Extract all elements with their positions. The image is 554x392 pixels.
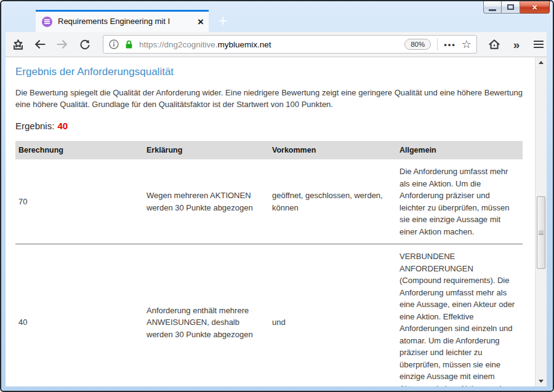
- browser-chrome: https://dng2cognitive.mybluemix.net 80% …: [6, 32, 547, 386]
- bookmark-star-icon[interactable]: ☆: [462, 39, 472, 50]
- tab-title: Requirements Engineering mit I: [58, 17, 194, 27]
- reload-icon: [79, 39, 90, 50]
- home-icon: [488, 38, 500, 50]
- page-actions-icon[interactable]: •••: [444, 40, 456, 49]
- page-content: Ergebnis der Anforderungsqualität Die Be…: [6, 57, 535, 386]
- close-window-button[interactable]: ×: [520, 1, 550, 14]
- column-header-allgemein: Allgemein: [396, 141, 523, 159]
- browser-window: × Requirements Engineering mit I × +: [0, 0, 554, 392]
- scrollbar-thumb[interactable]: [537, 196, 545, 269]
- forward-arrow-icon: [56, 38, 68, 50]
- url-text: https://dng2cognitive.mybluemix.net: [139, 40, 271, 49]
- table-row: 70 Wegen mehreren AKTIONEN werden 30 Pun…: [15, 159, 523, 244]
- quality-table: Berechnung Erklärung Vorkommen Allgemein…: [15, 141, 523, 386]
- urlbar-separator: [437, 38, 438, 50]
- cell-erklaerung: Anforderung enthält mehrere ANWEISUNGEN,…: [143, 244, 269, 387]
- result-value: 40: [57, 121, 68, 131]
- result-label: Ergebnis:: [15, 121, 54, 131]
- scroll-down-button[interactable]: [536, 380, 547, 383]
- intro-paragraph: Die Bewertung spiegelt die Qualität der …: [15, 87, 523, 110]
- url-bar[interactable]: https://dng2cognitive.mybluemix.net 80% …: [103, 35, 477, 54]
- arrow-up-icon: [539, 61, 544, 64]
- maximize-icon: [507, 4, 514, 10]
- home-button[interactable]: [486, 36, 503, 53]
- table-header-row: Berechnung Erklärung Vorkommen Allgemein: [15, 141, 523, 159]
- page-viewport: Ergebnis der Anforderungsqualität Die Be…: [6, 57, 547, 386]
- double-chevron-icon: »: [513, 39, 520, 50]
- url-scheme: https://dng2cognitive.: [139, 40, 218, 49]
- cell-allgemein: VERBUNDENE ANFORDERUNGEN (Compound requi…: [396, 244, 523, 387]
- navigation-toolbar: https://dng2cognitive.mybluemix.net 80% …: [6, 32, 547, 57]
- arrow-down-icon: [539, 380, 544, 383]
- cell-berechnung: 40: [15, 244, 143, 387]
- window-controls: ×: [483, 1, 550, 14]
- menu-button[interactable]: [530, 36, 547, 53]
- bookmark-tray-icon: [12, 39, 24, 50]
- bookmarks-tray-button[interactable]: [9, 36, 26, 53]
- cell-erklaerung: Wegen mehreren AKTIONEN werden 30 Punkte…: [143, 159, 269, 244]
- page-title: Ergebnis der Anforderungsqualität: [15, 66, 524, 78]
- column-header-berechnung: Berechnung: [15, 141, 143, 159]
- close-icon: ×: [532, 2, 537, 12]
- column-header-vorkommen: Vorkommen: [269, 141, 396, 159]
- column-header-erklaerung: Erklärung: [143, 141, 269, 159]
- vertical-scrollbar[interactable]: [535, 57, 547, 386]
- tab-favicon-icon: [42, 17, 52, 27]
- zoom-level-button[interactable]: 80%: [404, 39, 431, 50]
- tab-close-icon[interactable]: ×: [198, 17, 204, 27]
- cell-allgemein: Die Anforderung umfasst mehr als eine Ak…: [396, 159, 523, 244]
- maximize-button[interactable]: [502, 1, 520, 14]
- minimize-button[interactable]: [483, 1, 502, 14]
- toolbar-overflow-button[interactable]: »: [508, 36, 525, 53]
- hamburger-icon: [534, 41, 544, 48]
- cell-vorkommen: und: [269, 244, 396, 387]
- new-tab-button[interactable]: +: [213, 12, 233, 31]
- back-button[interactable]: [31, 36, 49, 53]
- cell-berechnung: 70: [15, 159, 143, 244]
- browser-tab[interactable]: Requirements Engineering mit I ×: [36, 10, 209, 32]
- forward-button[interactable]: [54, 36, 71, 53]
- table-row: 40 Anforderung enthält mehrere ANWEISUNG…: [15, 244, 523, 387]
- reload-button[interactable]: [76, 36, 93, 53]
- https-lock-icon[interactable]: [124, 39, 134, 50]
- site-info-icon[interactable]: [108, 39, 119, 50]
- url-domain: mybluemix.net: [218, 40, 271, 49]
- minimize-icon: [489, 9, 496, 11]
- scroll-up-button[interactable]: [536, 61, 547, 64]
- cell-vorkommen: geöffnet, geschlossen, werden, können: [269, 159, 396, 244]
- result-line: Ergebnis:40: [15, 121, 524, 131]
- back-arrow-icon: [34, 38, 46, 50]
